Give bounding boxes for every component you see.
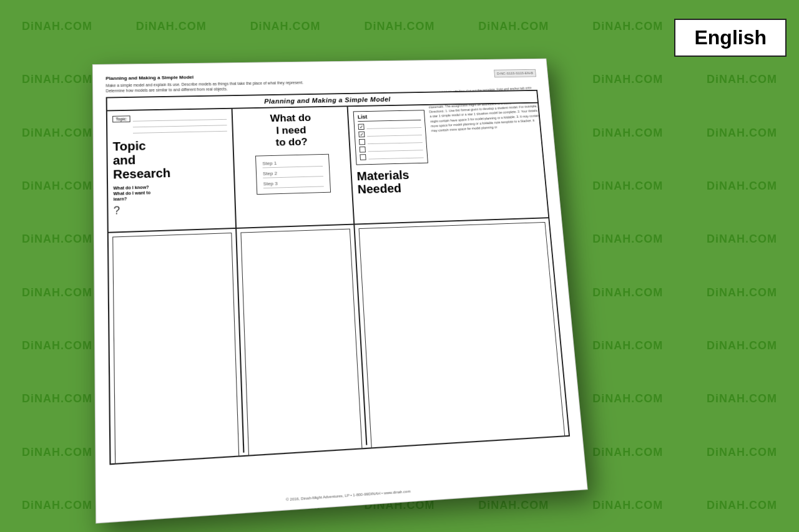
list-line-3 — [368, 138, 423, 144]
english-button[interactable]: English — [674, 19, 787, 57]
bg-cell: DiNAH.COM — [114, 0, 228, 53]
bg-cell: DiNAH.COM — [571, 213, 685, 266]
what-do-i-know: What do I know? What do I want to learn? — [113, 182, 229, 202]
bg-cell: DiNAH.COM — [685, 160, 799, 213]
planning-grid-bottom — [109, 218, 569, 461]
document-page: D-NC-S115-S115-EN-B Planning and Making … — [92, 59, 588, 524]
bg-cell: DiNAH.COM — [571, 107, 685, 160]
bg-cell: DiNAH.COM — [571, 0, 685, 53]
bg-cell: DiNAH.COM — [571, 266, 685, 319]
bg-cell: DiNAH.COM — [685, 479, 799, 532]
list-line-1 — [366, 123, 421, 129]
bg-cell: DiNAH.COM — [685, 425, 799, 478]
bg-cell: DiNAH.COM — [571, 425, 685, 478]
bg-cell: DiNAH.COM — [685, 266, 799, 319]
materials-col: List ✓ ✓ — [348, 104, 549, 224]
list-item-5 — [360, 153, 423, 160]
list-title: List — [358, 113, 421, 122]
list-line-5 — [368, 153, 424, 160]
bg-cell: DiNAH.COM — [685, 372, 799, 425]
what-heading: What do I need to do? — [270, 112, 312, 149]
checkbox-5 — [360, 155, 366, 161]
bg-cell: DiNAH.COM — [685, 53, 799, 106]
list-item-1: ✓ — [358, 123, 422, 130]
bg-cell: DiNAH.COM — [571, 160, 685, 213]
step1: Step 1 — [262, 158, 323, 168]
what-todo-col: What do I need to do? Step 1 Step 2 Step… — [233, 107, 355, 228]
bottom-inner-1 — [112, 233, 239, 465]
list-box: List ✓ ✓ — [353, 110, 428, 165]
bottom-col-2 — [237, 225, 367, 453]
bg-cell: DiNAH.COM — [343, 0, 457, 53]
list-line-2 — [367, 131, 422, 137]
bottom-col-1 — [109, 229, 245, 461]
materials-heading: Materials Needed — [356, 165, 541, 196]
step2: Step 2 — [263, 168, 323, 178]
list-item-4 — [360, 145, 423, 153]
bg-cell: DiNAH.COM — [571, 53, 685, 106]
bg-cell: DiNAH.COM — [456, 0, 571, 53]
bg-cell: DiNAH.COM — [571, 372, 685, 425]
checkbox-3 — [359, 139, 365, 145]
bg-cell: DiNAH.COM — [685, 107, 799, 160]
step3: Step 3 — [263, 178, 323, 188]
bg-cell: DiNAH.COM — [0, 0, 114, 53]
bg-cell: DiNAH.COM — [685, 319, 799, 372]
topic-heading: Topic and Research — [113, 138, 229, 182]
planning-grid-top: Topic: Topic and Research What do I know… — [107, 104, 549, 233]
list-line-4 — [368, 146, 423, 152]
topic-line3 — [133, 126, 227, 134]
bottom-col-3 — [355, 218, 568, 445]
steps-box: Step 1 Step 2 Step 3 — [255, 153, 331, 194]
bg-cell: DiNAH.COM — [685, 213, 799, 266]
topic-label: Topic: — [112, 116, 130, 123]
checkbox-4 — [360, 147, 366, 153]
bg-cell: DiNAH.COM — [571, 319, 685, 372]
topic-research-col: Topic: Topic and Research What do I know… — [107, 109, 237, 232]
bottom-inner-2 — [240, 229, 362, 457]
bg-cell: DiNAH.COM — [228, 0, 343, 53]
checkbox-2: ✓ — [358, 132, 365, 138]
bg-cell: DiNAH.COM — [571, 479, 685, 532]
planning-section: Planning and Making a Simple Model Topic… — [106, 90, 570, 465]
document-container: D-NC-S115-S115-EN-B Planning and Making … — [92, 59, 588, 524]
bottom-inner-3 — [359, 222, 566, 449]
product-code: D-NC-S115-S115-EN-B — [494, 69, 536, 78]
checkbox-1: ✓ — [358, 124, 365, 130]
list-item-2: ✓ — [358, 130, 422, 138]
question-mark: ? — [114, 201, 230, 217]
list-item-3 — [359, 138, 423, 145]
